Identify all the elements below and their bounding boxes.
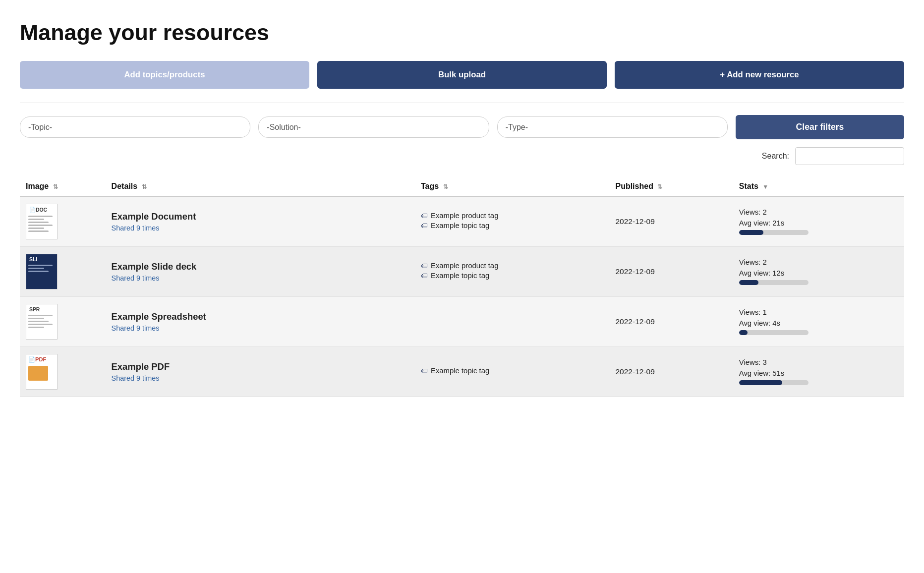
resource-shared: Shared 9 times — [112, 324, 409, 332]
cell-image: 📄DOC — [20, 196, 106, 247]
stats-views: Views: 1 — [739, 308, 898, 316]
page-title: Manage your resources — [20, 20, 904, 45]
cell-published: 2022-12-09 — [609, 196, 733, 247]
tag-label: Example topic tag — [431, 272, 489, 280]
tag-item: 🏷 Example topic tag — [421, 367, 603, 375]
thumb-label: SPR — [28, 306, 41, 313]
cell-stats: Views: 2 Avg view: 12s — [733, 247, 904, 297]
stats-bar-fill — [739, 230, 763, 235]
type-filter[interactable]: -Type- — [497, 116, 728, 138]
published-date: 2022-12-09 — [615, 267, 654, 276]
resource-thumb-sli: SLI — [26, 254, 58, 289]
published-date: 2022-12-09 — [615, 317, 654, 326]
stats-bar-container — [739, 280, 808, 285]
tag-icon: 🏷 — [421, 272, 428, 280]
cell-stats: Views: 1 Avg view: 4s — [733, 297, 904, 347]
table-row: 📄DOC Example Document Shared 9 times 🏷 E… — [20, 196, 904, 247]
cell-published: 2022-12-09 — [609, 347, 733, 397]
topic-filter[interactable]: -Topic- — [20, 116, 250, 138]
stats-avg: Avg view: 51s — [739, 369, 898, 377]
table-row: SLI Example Slide deck Shared 9 times 🏷 … — [20, 247, 904, 297]
resource-name: Example PDF — [112, 361, 409, 372]
tag-icon: 🏷 — [421, 222, 428, 229]
action-buttons: Add topics/products Bulk upload + Add ne… — [20, 61, 904, 89]
sort-stats-icon: ▼ — [762, 183, 768, 190]
col-header-tags[interactable]: Tags ⇅ — [415, 177, 609, 196]
cell-details: Example PDF Shared 9 times — [106, 347, 415, 397]
clear-filters-button[interactable]: Clear filters — [736, 115, 904, 139]
divider — [20, 103, 904, 103]
col-header-published[interactable]: Published ⇅ — [609, 177, 733, 196]
table-row: 📄PDF Example PDF Shared 9 times 🏷 Exampl… — [20, 347, 904, 397]
cell-details: Example Spreadsheet Shared 9 times — [106, 297, 415, 347]
stats-bar-container — [739, 380, 808, 385]
published-date: 2022-12-09 — [615, 217, 654, 226]
sort-published-icon: ⇅ — [657, 183, 662, 190]
stats-views: Views: 2 — [739, 208, 898, 216]
sort-details-icon: ⇅ — [142, 183, 147, 190]
stats-bar-fill — [739, 330, 748, 335]
tag-item: 🏷 Example product tag — [421, 262, 603, 270]
cell-details: Example Slide deck Shared 9 times — [106, 247, 415, 297]
thumb-label: 📄DOC — [28, 206, 48, 214]
cell-image: 📄PDF — [20, 347, 106, 397]
stats-avg: Avg view: 21s — [739, 219, 898, 227]
cell-tags: 🏷 Example topic tag — [415, 347, 609, 397]
filters-row: -Topic- -Solution- -Type- Clear filters — [20, 115, 904, 139]
stats-views: Views: 2 — [739, 258, 898, 266]
resource-thumb-doc: 📄DOC — [26, 204, 58, 239]
stats-bar-container — [739, 330, 808, 335]
stats-views: Views: 3 — [739, 358, 898, 366]
cell-image: SPR — [20, 297, 106, 347]
tag-icon: 🏷 — [421, 367, 428, 375]
cell-tags: 🏷 Example product tag 🏷 Example topic ta… — [415, 196, 609, 247]
sort-image-icon: ⇅ — [53, 183, 58, 190]
thumb-label: SLI — [28, 256, 38, 263]
resource-thumb-spr: SPR — [26, 304, 58, 340]
cell-published: 2022-12-09 — [609, 247, 733, 297]
resource-thumb-pdf: 📄PDF — [26, 354, 58, 390]
tag-label: Example product tag — [431, 212, 498, 220]
tag-item: 🏷 Example topic tag — [421, 272, 603, 280]
stats-bar-fill — [739, 280, 758, 285]
stats-avg: Avg view: 12s — [739, 269, 898, 277]
table-header-row: Image ⇅ Details ⇅ Tags ⇅ Published ⇅ Sta… — [20, 177, 904, 196]
stats-bar-fill — [739, 380, 782, 385]
tag-item: 🏷 Example product tag — [421, 212, 603, 220]
col-header-image[interactable]: Image ⇅ — [20, 177, 106, 196]
cell-stats: Views: 2 Avg view: 21s — [733, 196, 904, 247]
search-input[interactable] — [795, 147, 904, 165]
tag-icon: 🏷 — [421, 212, 428, 220]
cell-tags — [415, 297, 609, 347]
search-label: Search: — [762, 152, 789, 161]
pdf-icon: 📄PDF — [28, 356, 46, 363]
search-row: Search: — [20, 147, 904, 165]
resource-shared: Shared 9 times — [112, 274, 409, 282]
tag-item: 🏷 Example topic tag — [421, 222, 603, 229]
resource-shared: Shared 9 times — [112, 224, 409, 232]
sort-tags-icon: ⇅ — [443, 183, 448, 190]
resource-name: Example Document — [112, 211, 409, 222]
resource-name: Example Spreadsheet — [112, 311, 409, 322]
add-topics-button[interactable]: Add topics/products — [20, 61, 309, 89]
table-row: SPR Example Spreadsheet Shared 9 times 2… — [20, 297, 904, 347]
resource-name: Example Slide deck — [112, 261, 409, 272]
solution-filter[interactable]: -Solution- — [258, 116, 489, 138]
cell-details: Example Document Shared 9 times — [106, 196, 415, 247]
cell-tags: 🏷 Example product tag 🏷 Example topic ta… — [415, 247, 609, 297]
col-header-details[interactable]: Details ⇅ — [106, 177, 415, 196]
resources-table: Image ⇅ Details ⇅ Tags ⇅ Published ⇅ Sta… — [20, 177, 904, 397]
tag-label: Example product tag — [431, 262, 498, 270]
col-header-stats[interactable]: Stats ▼ — [733, 177, 904, 196]
stats-avg: Avg view: 4s — [739, 319, 898, 327]
tag-icon: 🏷 — [421, 262, 428, 270]
cell-published: 2022-12-09 — [609, 297, 733, 347]
cell-stats: Views: 3 Avg view: 51s — [733, 347, 904, 397]
tag-label: Example topic tag — [431, 222, 489, 229]
published-date: 2022-12-09 — [615, 367, 654, 376]
bulk-upload-button[interactable]: Bulk upload — [317, 61, 607, 89]
add-resource-button[interactable]: + Add new resource — [615, 61, 904, 89]
cell-image: SLI — [20, 247, 106, 297]
tag-label: Example topic tag — [431, 367, 489, 375]
resource-shared: Shared 9 times — [112, 374, 409, 382]
